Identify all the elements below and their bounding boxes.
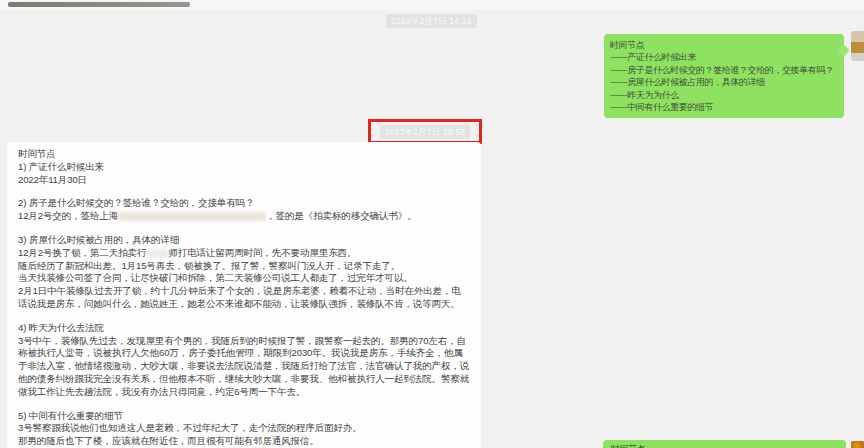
message-line: 时间节点 xyxy=(610,39,838,51)
message-line: 1) 产证什么时候出来 xyxy=(18,161,470,174)
message-line: 12月2号交的，签给上海，签的是《拍卖标的移交确认书》。 xyxy=(18,210,470,223)
sent-message-bubble[interactable]: 时间节点 ——产证什么时候出来 ——房子是什么时候交的？签给谁？交给的，交接单有… xyxy=(604,34,844,118)
message-line: 3号警察跟我说他们也知道这人是老赖，不过年纪大了，走个法院的程序后面好办。 xyxy=(18,422,470,435)
redacted-text-blur xyxy=(146,249,168,258)
message-text: 师打电话让留两周时间，先不要动屋里东西。 xyxy=(168,247,356,258)
message-text: 12月2号交的，签给上海 xyxy=(18,210,118,221)
message-paragraph: 3) 房屋什么时候被占用的，具体的详细 12月2号换了锁，第二天拍卖行师打电话让… xyxy=(18,234,470,311)
message-line: 2月1日中午装修队过去开了锁，约十几分钟后来了个女的，说是房东老婆，赖着不让动，… xyxy=(18,285,470,311)
message-line: 时间节点 xyxy=(611,443,838,448)
message-line: ——房子是什么时候交的？签给谁？交给的，交接单有吗？ xyxy=(610,64,838,76)
message-line: 4) 昨天为什么去法院 xyxy=(18,322,470,335)
contact-avatar[interactable] xyxy=(851,31,864,61)
sent-message-bubble-partial[interactable]: 时间节点 xyxy=(603,440,846,448)
message-line: 那男的随后也下了楼，应该就在附近住，而且很有可能有邻居通风报信。 xyxy=(18,435,470,448)
message-line: 5) 中间有什么重要的细节 xyxy=(18,410,470,423)
message-line: 时间节点 xyxy=(18,148,470,161)
message-paragraph: 4) 昨天为什么去法院 3号中午，装修队先过去，发现屋里有个男的，我随后到的时候… xyxy=(18,322,470,399)
message-line: ——产证什么时候出来 xyxy=(610,51,838,63)
message-line: ——房屋什么时候被占用的，具体的详细 xyxy=(610,76,838,88)
message-line: 当天找装修公司签了合同，让尽快破门和拆除，第二天装修公司说工人都走了，过完年才可… xyxy=(18,272,470,285)
message-line: 随后经历了新冠和出差。1月15号再去，锁被换了。报了警，警察叫门没人开，记录下走… xyxy=(18,260,470,273)
bubble-tail-icon xyxy=(837,44,850,57)
timestamp-second: 2023年2月7日 15:58 xyxy=(380,125,471,139)
chat-window: 2023年2月7日 14:13 时间节点 ——产证什么时候出来 ——房子是什么时… xyxy=(0,0,864,448)
message-paragraph: 5) 中间有什么重要的细节 3号警察跟我说他们也知道这人是老赖，不过年纪大了，走… xyxy=(18,410,470,448)
timestamp-first: 2023年2月7日 14:13 xyxy=(386,14,477,28)
message-line: 12月2号换了锁，第二天拍卖行师打电话让留两周时间，先不要动屋里东西。 xyxy=(18,247,470,260)
message-line: ——中间有什么重要的细节 xyxy=(610,101,838,113)
annotation-red-box: 2023年2月7日 15:58 xyxy=(368,119,482,144)
redacted-text-blur xyxy=(118,212,266,221)
received-message-bubble[interactable]: 时间节点 1) 产证什么时候出来 2022年11月30日 2) 房子是什么时候交… xyxy=(7,142,481,448)
avatar-image xyxy=(851,31,864,61)
message-line: ——昨天为为什么 xyxy=(610,89,838,101)
message-text: ，签的是《拍卖标的移交确认书》。 xyxy=(266,210,416,221)
message-line: 2022年11月30日 xyxy=(18,174,470,187)
message-line: 3号中午，装修队先过去，发现屋里有个男的，我随后到的时候报了警，跟警察一起去的。… xyxy=(18,335,470,399)
message-text: 12月2号换了锁，第二天拍卖行 xyxy=(18,247,146,258)
message-paragraph: 时间节点 1) 产证什么时候出来 2022年11月30日 xyxy=(18,148,470,186)
message-line: 2) 房子是什么时候交的？签给谁？交给的，交接单有吗？ xyxy=(18,197,470,210)
contact-avatar-bottom[interactable] xyxy=(851,441,864,448)
chat-title-redaction-bar xyxy=(8,2,190,7)
message-paragraph: 2) 房子是什么时候交的？签给谁？交给的，交接单有吗？ 12月2号交的，签给上海… xyxy=(18,197,470,223)
message-line: 3) 房屋什么时候被占用的，具体的详细 xyxy=(18,234,470,247)
